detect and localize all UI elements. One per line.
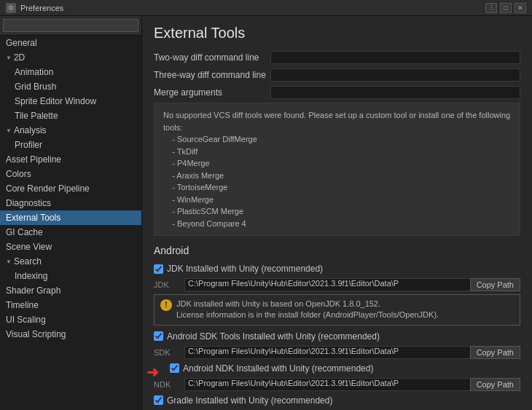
sidebar-item-ui-scaling[interactable]: UI Scaling [0, 312, 141, 327]
jdk-checkbox-row: JDK Installed with Unity (recommended) [154, 262, 520, 275]
gradle-checkbox-label: Gradle Installed with Unity (recommended… [167, 395, 332, 406]
ndk-checkbox[interactable] [170, 363, 179, 373]
menu-btn[interactable]: ⋮ [485, 3, 497, 13]
sidebar-item-general[interactable]: General [0, 36, 141, 50]
jdk-checkbox[interactable] [154, 264, 163, 274]
ndk-row: NDK C:\Program Files\Unity\Hub\Editor\20… [154, 378, 520, 391]
warning-icon: ! [160, 299, 172, 311]
two-way-row: Two-way diff command line [154, 50, 520, 65]
gradle-checkbox[interactable] [154, 395, 163, 405]
app-icon: ⚙ [6, 3, 16, 13]
sdk-copy-path-button[interactable]: Copy Path [470, 346, 520, 359]
two-way-input[interactable] [270, 51, 520, 64]
sdk-checkbox-label: Android SDK Tools Installed with Unity (… [167, 331, 380, 342]
ndk-label: NDK [154, 380, 184, 389]
ndk-copy-path-button[interactable]: Copy Path [470, 378, 520, 391]
sidebar-item-indexing[interactable]: Indexing [0, 269, 141, 283]
sdk-checkbox[interactable] [154, 331, 163, 341]
sidebar-item-sprite-editor[interactable]: Sprite Editor Window [0, 94, 141, 109]
sidebar-item-timeline[interactable]: Timeline [0, 298, 141, 312]
title-bar-left: ⚙ Preferences [6, 3, 63, 13]
diff-info-box: No supported VCS diff tools were found. … [154, 103, 520, 236]
sidebar-item-colors[interactable]: Colors [0, 167, 141, 181]
merge-args-row: Merge arguments [154, 85, 520, 100]
jdk-warning-text: JDK installed with Unity is based on Ope… [176, 299, 439, 321]
jdk-row: JDK C:\Program Files\Unity\Hub\Editor\20… [154, 278, 520, 291]
arrow-icon-search: ▼ [6, 259, 12, 265]
maximize-btn[interactable]: □ [500, 3, 512, 13]
three-way-row: Three-way diff command line [154, 68, 520, 82]
content-inner: External Tools Two-way diff command line… [142, 16, 532, 410]
sdk-row: SDK C:\Program Files\Unity\Hub\Editor\20… [154, 346, 520, 359]
window-title: Preferences [20, 4, 63, 12]
sidebar-item-gi-cache[interactable]: GI Cache [0, 225, 141, 240]
sidebar-item-visual-scripting[interactable]: Visual Scripting [0, 327, 141, 342]
merge-args-input[interactable] [270, 86, 520, 99]
sidebar-item-grid-brush[interactable]: Grid Brush [0, 79, 141, 94]
page-title: External Tools [154, 25, 520, 42]
sidebar-item-scene-view[interactable]: Scene View [0, 240, 141, 254]
ndk-checkbox-label: Android NDK Installed with Unity (recomm… [183, 363, 373, 374]
jdk-warning-box: ! JDK installed with Unity is based on O… [154, 294, 520, 326]
sidebar-item-tile-palette[interactable]: Tile Palette [0, 109, 141, 123]
arrow-icon-analysis: ▼ [6, 127, 12, 134]
red-arrow-icon: ➜ [146, 363, 159, 381]
jdk-label: JDK [154, 280, 184, 289]
gradle-checkbox-row: Gradle Installed with Unity (recommended… [154, 394, 520, 407]
sidebar-item-core-render[interactable]: Core Render Pipeline [0, 181, 141, 196]
sdk-label: SDK [154, 348, 184, 357]
sidebar-category-2d[interactable]: ▼ 2D [0, 50, 141, 65]
search-bar [0, 16, 141, 36]
main-container: General ▼ 2D Animation Grid Brush Sprite… [0, 16, 532, 410]
sidebar-item-profiler[interactable]: Profiler [0, 138, 141, 152]
sdk-checkbox-row: Android SDK Tools Installed with Unity (… [154, 330, 520, 343]
title-bar: ⚙ Preferences ⋮ □ ✕ [0, 0, 532, 16]
two-way-label: Two-way diff command line [154, 52, 270, 63]
three-way-input[interactable] [270, 68, 520, 82]
sidebar-item-asset-pipeline[interactable]: Asset Pipeline [0, 152, 141, 167]
sidebar-item-external-tools[interactable]: External Tools [0, 210, 141, 225]
merge-args-label: Merge arguments [154, 87, 270, 98]
content-area: External Tools Two-way diff command line… [142, 16, 532, 410]
jdk-path[interactable]: C:\Program Files\Unity\Hub\Editor\2021.3… [184, 278, 470, 291]
sdk-path[interactable]: C:\Program Files\Unity\Hub\Editor\2021.3… [184, 346, 470, 359]
ndk-path[interactable]: C:\Program Files\Unity\Hub\Editor\2021.3… [184, 378, 470, 391]
sidebar-category-search[interactable]: ▼ Search [0, 254, 141, 269]
title-bar-controls: ⋮ □ ✕ [485, 3, 526, 13]
arrow-icon: ▼ [6, 55, 12, 61]
close-btn[interactable]: ✕ [515, 3, 526, 13]
ndk-checkbox-row: Android NDK Installed with Unity (recomm… [154, 362, 520, 375]
sidebar-category-analysis[interactable]: ▼ Analysis [0, 123, 141, 138]
search-input[interactable] [3, 19, 138, 32]
ndk-arrow-annotation: ➜ [146, 363, 159, 381]
three-way-label: Three-way diff command line [154, 70, 270, 80]
sidebar: General ▼ 2D Animation Grid Brush Sprite… [0, 16, 142, 410]
jdk-copy-path-button[interactable]: Copy Path [470, 278, 520, 291]
ndk-section: Android NDK Installed with Unity (recomm… [154, 362, 520, 375]
sidebar-item-animation[interactable]: Animation [0, 65, 141, 79]
sidebar-item-shader-graph[interactable]: Shader Graph [0, 283, 141, 298]
sidebar-item-diagnostics[interactable]: Diagnostics [0, 196, 141, 210]
android-section-header: Android [154, 245, 520, 256]
jdk-checkbox-label: JDK Installed with Unity (recommended) [167, 264, 323, 274]
